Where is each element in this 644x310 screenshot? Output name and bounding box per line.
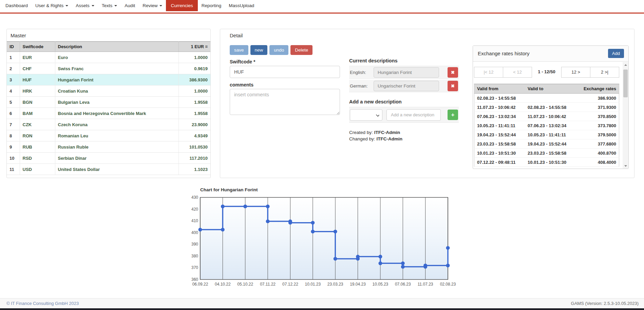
history-cell-valid-from: 02.08.23 - 14:55:58 [474, 94, 525, 103]
nav-item-label: Audit [125, 3, 135, 8]
master-cell-desc: Russian Ruble [55, 141, 178, 153]
master-cell-desc: Euro [55, 52, 178, 63]
history-cell-valid-to: 11.07.23 - 10:06:42 [525, 112, 576, 121]
history-cell-rate: 386.9300 [576, 94, 619, 103]
svg-text:400: 400 [191, 230, 198, 235]
caret-down-icon [65, 5, 68, 6]
master-row-bgn[interactable]: 5BGNBulgarian Leva1.9558 [7, 97, 210, 108]
add-description-button[interactable]: + [448, 110, 458, 120]
nav-item-review[interactable]: Review [139, 0, 166, 11]
master-cell-rate: 1.9558 [178, 97, 210, 108]
pagination-last[interactable]: 2 >| [590, 67, 619, 78]
master-cell-desc: United States Dollar [55, 164, 178, 175]
master-cell-desc: Czech Koruna [55, 119, 178, 130]
nav-item-label: User & Rights [35, 3, 63, 8]
currencies-page: DashboardUser & RightsAssetsTextsAuditRe… [0, 0, 644, 310]
delete-button[interactable]: Delete [290, 45, 312, 55]
history-row[interactable]: 07.12.22 - 09:48:1110.01.23 - 10:51:3040… [474, 158, 619, 167]
nav-item-user-rights[interactable]: User & Rights [32, 0, 72, 11]
description-row-english: English:Hungarian Forint✖ [349, 66, 459, 79]
changed-by-label: Changed by: [349, 136, 375, 141]
history-scrollbar[interactable] [623, 62, 628, 169]
pagination-next[interactable]: 12 > [561, 67, 590, 78]
save-button[interactable]: save [230, 45, 248, 55]
nav-item-dashboard[interactable]: Dashboard [2, 0, 32, 11]
master-col-swiftcode: Swiftcode [20, 42, 55, 52]
history-cell-rate: 370.8500 [576, 112, 619, 121]
master-row-ron[interactable]: 8RONRomanian Leu4.9349 [7, 130, 210, 141]
nav-item-label: Assets [76, 3, 90, 8]
remove-description-button[interactable]: ✖ [448, 67, 458, 78]
undo-button[interactable]: undo [269, 45, 288, 55]
svg-text:19.04.23: 19.04.23 [350, 282, 366, 287]
history-col-valid-from: Valid from [474, 84, 525, 94]
language-label: German: [349, 83, 374, 89]
description-row-german: German:Ungarischer Forint✖ [349, 80, 459, 92]
history-cell-rate: 379.5000 [576, 130, 619, 139]
history-cell-rate: 408.4000 [576, 158, 619, 167]
master-row-czk[interactable]: 7CZKCzech Koruna23.9000 [7, 119, 210, 130]
comments-label: comments [230, 82, 253, 88]
master-row-chf[interactable]: 2CHFSwiss Franc0.9619 [7, 63, 210, 74]
master-cell-id: 1 [7, 52, 20, 63]
history-table: Valid fromValid toExchange rates 02.08.2… [474, 84, 619, 167]
nav-item-reporting[interactable]: Reporting [198, 0, 225, 11]
remove-description-button[interactable]: ✖ [448, 81, 458, 91]
history-cell-valid-to: 02.08.23 - 14:55:58 [525, 103, 576, 112]
language-label: English: [349, 70, 374, 75]
nav-item-assets[interactable]: Assets [72, 0, 98, 11]
new-description-input[interactable] [386, 109, 441, 121]
detail-toolbar: save new undo Delete [230, 45, 312, 55]
master-cell-code: BAM [20, 108, 55, 119]
master-row-rsd[interactable]: 10RSDSerbian Dinar117.2010 [7, 153, 210, 164]
comments-textarea[interactable] [230, 89, 340, 115]
exchange-rates-history-panel: Exchange rates history Add |< 12< 121 - … [473, 45, 629, 169]
master-cell-desc: Croatian Kuna [55, 85, 178, 97]
pagination-prev[interactable]: < 12 [503, 67, 532, 78]
history-cell-valid-to: 10.01.23 - 10:51:30 [525, 158, 576, 167]
master-row-rub[interactable]: 9RUBRussian Ruble101.0530 [7, 141, 210, 153]
nav-item-massupload[interactable]: MassUpload [225, 0, 258, 11]
history-row[interactable]: 02.08.23 - 14:55:58386.9300 [474, 94, 619, 103]
footer-copyright-link[interactable]: © IT Finance Consulting GmbH 2023 [6, 301, 79, 306]
scrollbar-up-arrow[interactable] [623, 62, 628, 67]
window-bottom-edge [0, 308, 644, 310]
history-title: Exchange rates history [478, 51, 530, 56]
master-cell-id: 11 [7, 164, 20, 175]
svg-text:420: 420 [191, 207, 198, 212]
new-button[interactable]: new [250, 45, 268, 55]
history-row[interactable]: 10.05.23 - 11:41:1107.06.23 - 13:02:3437… [474, 121, 619, 130]
svg-text:06.09.22: 06.09.22 [192, 282, 208, 287]
master-cell-rate: 1.0000 [178, 85, 210, 97]
history-cell-valid-to: 07.06.23 - 13:02:34 [525, 121, 576, 130]
history-cell-valid-to: 23.03.23 - 15:58:58 [525, 149, 576, 158]
scrollbar-thumb[interactable] [623, 70, 628, 97]
master-row-usd[interactable]: 11USDUnited States Dollar1.1023 [7, 164, 210, 175]
language-select[interactable] [350, 109, 382, 121]
scrollbar-down-arrow[interactable] [623, 163, 628, 169]
swiftcode-input[interactable] [230, 66, 340, 78]
history-row[interactable]: 19.04.23 - 15:52:4410.05.23 - 11:41:1137… [474, 130, 619, 139]
nav-item-texts[interactable]: Texts [98, 0, 121, 11]
master-row-hrk[interactable]: 4HRKCroatian Kuna1.0000 [7, 85, 210, 97]
nav-item-label: Currencies [171, 3, 193, 8]
nav-item-currencies[interactable]: Currencies [166, 0, 197, 11]
svg-text:23.03.23: 23.03.23 [327, 282, 343, 287]
pagination-first[interactable]: |< 12 [474, 67, 503, 78]
history-row[interactable]: 07.06.23 - 13:02:3411.07.23 - 10:06:4237… [474, 112, 619, 121]
master-row-huf[interactable]: 3HUFHungarian Forint386.9300 [7, 74, 210, 85]
master-cell-rate: 23.9000 [178, 119, 210, 130]
master-cell-rate: 117.2010 [178, 153, 210, 164]
master-cell-id: 5 [7, 97, 20, 108]
master-row-bam[interactable]: 6BAMBosnia and Herzegovina Convertible M… [7, 108, 210, 119]
history-row[interactable]: 11.07.23 - 10:06:4202.08.23 - 14:55:5837… [474, 103, 619, 112]
add-rate-button[interactable]: Add [608, 49, 624, 58]
master-cell-code: CHF [20, 63, 55, 74]
master-row-eur[interactable]: 1EUREuro1.0000 [7, 52, 210, 63]
swiftcode-label: Swiftcode * [230, 59, 255, 64]
nav-item-audit[interactable]: Audit [121, 0, 139, 11]
history-cell-valid-to: 19.04.23 - 15:52:44 [525, 139, 576, 149]
history-row[interactable]: 10.01.23 - 10:51:3023.03.23 - 15:58:5840… [474, 149, 619, 158]
master-cell-desc: Hungarian Forint [55, 74, 178, 85]
history-row[interactable]: 23.03.23 - 15:58:5819.04.23 - 15:52:4437… [474, 139, 619, 149]
